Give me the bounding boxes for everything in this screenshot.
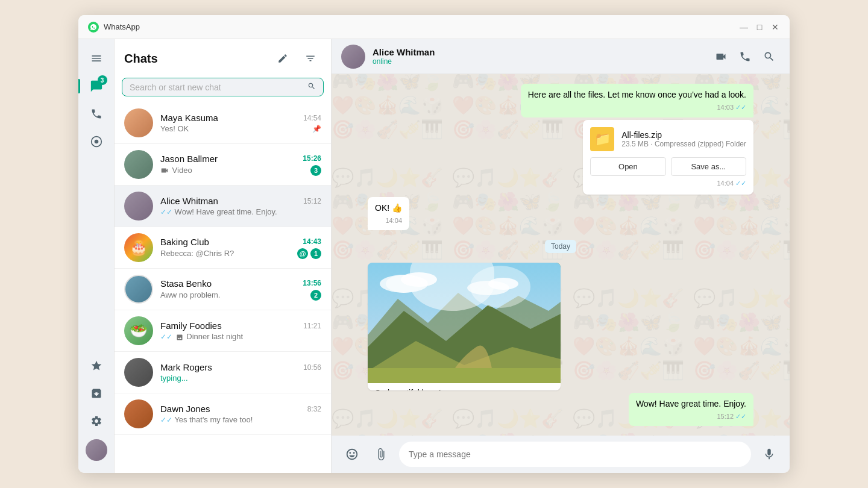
- voice-message-button[interactable]: [758, 443, 780, 465]
- sidebar-starred-button[interactable]: [84, 354, 108, 378]
- message-tick-6: ✓✓: [735, 411, 746, 422]
- chat-preview-stasa: Aww no problem.: [160, 290, 220, 299]
- unread-badge-stasa: 2: [310, 290, 321, 301]
- avatar-dawn: [124, 399, 153, 428]
- photo-image: [368, 263, 561, 383]
- chat-time-family: 11:21: [303, 322, 321, 330]
- message-text-3: OK! 👍: [375, 203, 402, 213]
- title-bar: WhatsApp — □ ✕: [78, 15, 790, 39]
- avatar-stasa: [124, 275, 153, 304]
- file-open-button[interactable]: Open: [590, 157, 665, 176]
- chat-time-maya: 14:54: [303, 114, 321, 122]
- user-avatar[interactable]: [86, 439, 107, 461]
- new-chat-button[interactable]: [272, 48, 294, 69]
- chat-preview-family: ✓✓ Dinner last night: [160, 332, 243, 341]
- chat-name-alice: Alice Whitman: [160, 196, 218, 206]
- chat-item-family[interactable]: 🥗 Family Foodies 11:21 ✓✓ Dinner last ni…: [115, 310, 331, 352]
- svg-point-4: [401, 272, 437, 287]
- chat-item-mark[interactable]: Mark Rogers 10:56 typing...: [115, 352, 331, 393]
- chat-area: Alice Whitman online: [332, 39, 790, 473]
- title-bar-controls: — □ ✕: [739, 22, 780, 32]
- chat-info-dawn: Dawn Jones 8:32 ✓✓ Yes that's my fave to…: [160, 404, 321, 424]
- mention-badge-baking: @: [297, 248, 308, 259]
- pin-icon-maya: 📌: [312, 125, 321, 133]
- chat-header: Alice Whitman online: [332, 39, 790, 74]
- sidebar-top-icons: 3: [84, 46, 108, 354]
- message-6: Wow! Have great time. Enjoy. 15:12 ✓✓: [629, 393, 753, 427]
- chat-time-stasa: 13:56: [303, 279, 321, 287]
- chat-preview-maya: Yes! OK: [160, 124, 189, 133]
- chat-item-dawn[interactable]: Dawn Jones 8:32 ✓✓ Yes that's my fave to…: [115, 393, 331, 435]
- sidebar-calls-button[interactable]: [84, 102, 108, 126]
- sidebar-bottom-icons: [84, 354, 108, 466]
- chat-item-baking[interactable]: 🎂 Baking Club 14:43 Rebecca: @Chris R? @…: [115, 227, 331, 269]
- chat-input-area: [332, 436, 790, 473]
- avatar-maya: [124, 108, 153, 137]
- file-tick: ✓✓: [735, 180, 746, 187]
- message-time-6: 15:12: [717, 411, 734, 422]
- message-1: Here are all the files. Let me know once…: [521, 84, 753, 117]
- sidebar-archive-button[interactable]: [84, 381, 108, 405]
- svg-point-1: [94, 140, 98, 144]
- avatar-baking: 🎂: [124, 233, 153, 262]
- svg-rect-10: [368, 368, 561, 383]
- chat-item-jason[interactable]: Jason Ballmer 15:26 Video 3: [115, 144, 331, 186]
- avatar-alice: [124, 192, 153, 221]
- message-time-3: 14:04: [385, 216, 402, 226]
- sidebar-status-button[interactable]: [84, 130, 108, 154]
- message-input[interactable]: [399, 442, 751, 467]
- chat-preview-dawn: ✓✓ Yes that's my fave too!: [160, 415, 253, 424]
- search-chat-button[interactable]: [758, 46, 780, 67]
- chat-name-maya: Maya Kasuma: [160, 113, 218, 123]
- svg-point-6: [488, 278, 518, 290]
- app-body: 3: [78, 39, 790, 473]
- attach-button[interactable]: [370, 443, 392, 465]
- maximize-button[interactable]: □: [755, 22, 764, 32]
- chat-preview-baking: Rebecca: @Chris R?: [160, 249, 234, 258]
- message-time-1: 14:03: [717, 102, 734, 113]
- voice-call-button[interactable]: [734, 46, 756, 67]
- chat-preview-mark: typing...: [160, 374, 188, 383]
- chat-list-panel: Chats: [115, 39, 332, 473]
- sidebar-settings-button[interactable]: [84, 409, 108, 433]
- unread-badge-baking: 1: [310, 248, 321, 259]
- chat-time-alice: 15:12: [303, 197, 321, 205]
- app-logo: [88, 22, 99, 33]
- chat-info-baking: Baking Club 14:43 Rebecca: @Chris R? @ 1: [160, 237, 321, 259]
- unread-badge-jason: 3: [310, 165, 321, 176]
- minimize-button[interactable]: —: [739, 22, 749, 32]
- title-bar-title: WhatsApp: [104, 22, 739, 31]
- close-button[interactable]: ✕: [770, 22, 780, 32]
- emoji-button[interactable]: [341, 443, 363, 465]
- avatar-mark: [124, 358, 153, 387]
- chat-item-stasa[interactable]: Stasa Benko 13:56 Aww no problem. 2: [115, 269, 331, 310]
- date-divider-text: Today: [545, 240, 576, 253]
- app-window: WhatsApp — □ ✕ 3: [78, 15, 790, 473]
- search-input[interactable]: [130, 83, 307, 92]
- chat-info-maya: Maya Kasuma 14:54 Yes! OK 📌: [160, 113, 321, 133]
- chat-item-alice[interactable]: Alice Whitman 15:12 ✓✓ Wow! Have great t…: [115, 186, 331, 227]
- message-text-1: Here are all the files. Let me know once…: [528, 90, 746, 99]
- message-3: OK! 👍 14:04: [368, 197, 409, 231]
- sidebar-menu-button[interactable]: [84, 46, 108, 70]
- date-divider: Today: [368, 240, 753, 253]
- chat-time-baking: 14:43: [303, 237, 321, 246]
- chat-header-avatar[interactable]: [341, 45, 365, 69]
- chat-info-stasa: Stasa Benko 13:56 Aww no problem. 2: [160, 278, 321, 301]
- video-call-button[interactable]: [710, 46, 732, 67]
- file-meta: 23.5 MB · Compressed (zipped) Folder: [621, 140, 746, 148]
- chat-name-mark: Mark Rogers: [160, 362, 212, 372]
- photo-time: 15:06: [536, 389, 553, 390]
- chat-list: Maya Kasuma 14:54 Yes! OK 📌 Jas: [115, 102, 331, 473]
- sidebar-chats-button[interactable]: 3: [84, 74, 108, 98]
- chat-name-family: Family Foodies: [160, 321, 222, 331]
- file-name: All-files.zip: [621, 130, 746, 140]
- filter-button[interactable]: [300, 48, 321, 69]
- file-save-button[interactable]: Save as...: [671, 157, 746, 176]
- chat-name-dawn: Dawn Jones: [160, 404, 210, 414]
- search-icon: [307, 82, 316, 92]
- chat-item-maya[interactable]: Maya Kasuma 14:54 Yes! OK 📌: [115, 102, 331, 144]
- avatar-jason: [124, 150, 153, 179]
- chat-time-dawn: 8:32: [307, 405, 321, 413]
- chat-header-name: Alice Whitman: [373, 47, 703, 57]
